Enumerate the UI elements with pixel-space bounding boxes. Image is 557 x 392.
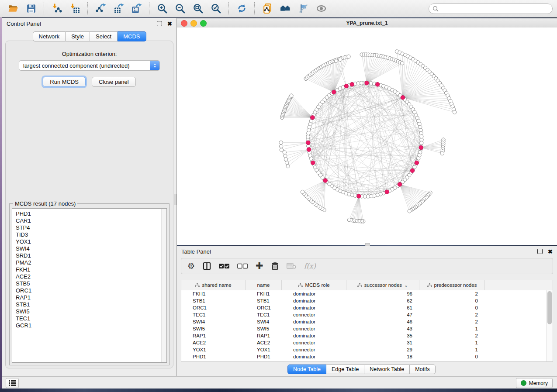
graph-hub-node[interactable] — [398, 182, 402, 187]
mcds-result-item[interactable]: STP4 — [16, 224, 159, 231]
graph-hub-node[interactable] — [357, 194, 361, 199]
task-history-button[interactable] — [6, 378, 19, 388]
show-eye-button[interactable] — [313, 2, 329, 15]
column-header-predecessor-nodes[interactable]: predecessor nodes — [419, 280, 485, 290]
vertical-splitter-grip[interactable] — [174, 194, 176, 205]
table-settings-button[interactable]: ⚙ — [187, 262, 195, 270]
memory-button[interactable]: Memory — [516, 378, 553, 388]
mcds-result-item[interactable]: TEC1 — [16, 315, 159, 322]
mcds-result-item[interactable]: STB5 — [16, 280, 159, 287]
mcds-result-item[interactable]: GCR1 — [16, 322, 159, 329]
table-close-panel-icon[interactable]: ✖ — [548, 248, 553, 255]
table-row[interactable]: FKH1FKH1dominator962 — [181, 290, 553, 297]
hide-annotations-button[interactable] — [295, 2, 311, 15]
graph-hub-node[interactable] — [375, 83, 380, 87]
zoom-out-button[interactable] — [172, 2, 188, 15]
tab-select[interactable]: Select — [90, 31, 118, 41]
import-network-button[interactable] — [49, 2, 65, 15]
table-scrollbar[interactable] — [546, 290, 553, 361]
export-document-button[interactable] — [259, 2, 276, 15]
graph-hub-node[interactable] — [350, 83, 354, 87]
graph-satellite-node[interactable] — [453, 110, 456, 114]
graph-satellite-node[interactable] — [408, 210, 411, 213]
mcds-result-item[interactable]: FKH1 — [16, 266, 159, 273]
graph-satellite-node[interactable] — [280, 148, 283, 151]
close-panel-button[interactable]: Close panel — [92, 77, 136, 87]
open-file-button[interactable] — [5, 2, 21, 15]
mcds-result-scrollbar[interactable] — [161, 209, 166, 362]
table-row[interactable]: RAP1RAP1dominator352 — [181, 332, 553, 339]
delete-column-button[interactable] — [271, 262, 279, 270]
graph-satellite-node[interactable] — [440, 151, 444, 155]
mcds-result-item[interactable]: CAR1 — [16, 217, 159, 224]
graph-hub-node[interactable] — [332, 90, 336, 94]
close-panel-icon[interactable]: ✖ — [167, 21, 172, 27]
graph-satellite-node[interactable] — [339, 58, 342, 61]
graph-hub-node[interactable] — [415, 161, 419, 165]
zoom-in-button[interactable] — [154, 2, 170, 15]
tab-edge-table[interactable]: Edge Table — [326, 364, 364, 374]
table-row[interactable]: PHD1PHD1dominator180 — [181, 353, 553, 360]
tab-mcds[interactable]: MCDS — [118, 31, 146, 41]
refresh-view-button[interactable] — [234, 2, 250, 15]
deselect-all-button[interactable] — [237, 263, 248, 269]
tab-style[interactable]: Style — [66, 31, 90, 41]
graph-satellite-node[interactable] — [301, 190, 304, 193]
mcds-result-item[interactable]: SWI4 — [16, 245, 159, 252]
graph-satellite-node[interactable] — [285, 161, 289, 165]
mcds-result-item[interactable]: PMA2 — [16, 259, 159, 266]
table-row[interactable]: SWI4SWI4dominator462 — [181, 318, 553, 325]
graph-hub-node[interactable] — [410, 168, 415, 173]
graph-satellite-node[interactable] — [283, 151, 286, 154]
export-network-button[interactable] — [93, 2, 109, 15]
graph-satellite-node[interactable] — [400, 62, 404, 65]
graph-hub-node[interactable] — [401, 96, 405, 100]
graph-hub-node[interactable] — [306, 141, 310, 145]
mcds-result-item[interactable]: RAP1 — [16, 294, 159, 301]
graph-satellite-node[interactable] — [290, 94, 293, 97]
graph-satellite-node[interactable] — [279, 144, 283, 148]
table-row[interactable]: TEC1TEC1connector472 — [181, 311, 553, 318]
export-image-button[interactable] — [128, 2, 145, 15]
graph-hub-node[interactable] — [419, 145, 423, 150]
graph-satellite-node[interactable] — [347, 55, 350, 58]
select-all-button[interactable] — [219, 263, 229, 269]
home-button[interactable] — [277, 2, 294, 15]
mcds-result-item[interactable]: PHD1 — [16, 210, 159, 217]
minimize-window-icon[interactable] — [190, 20, 197, 27]
graph-satellite-node[interactable] — [279, 141, 283, 144]
column-header-successor-nodes[interactable]: successor nodes⌄ — [346, 280, 419, 290]
column-header-MCDS-role[interactable]: MCDS role — [282, 280, 346, 290]
table-scrollbar-thumb[interactable] — [547, 291, 552, 324]
graph-hub-node[interactable] — [311, 161, 315, 165]
mcds-result-item[interactable]: SWI5 — [16, 308, 159, 315]
mcds-result-item[interactable]: YOX1 — [16, 238, 159, 245]
float-window-icon[interactable] — [157, 21, 162, 26]
close-window-icon[interactable] — [181, 20, 187, 27]
graph-hub-node[interactable] — [344, 84, 349, 88]
mcds-result-item[interactable]: SRD1 — [16, 252, 159, 259]
graph-hub-node[interactable] — [365, 81, 369, 85]
run-mcds-button[interactable]: Run MCDS — [43, 77, 86, 87]
show-columns-button[interactable] — [203, 262, 211, 270]
zoom-fit-button[interactable] — [190, 2, 206, 15]
graph-satellite-node[interactable] — [286, 164, 290, 168]
graph-satellite-node[interactable] — [284, 154, 287, 158]
graph-satellite-node[interactable] — [334, 59, 338, 62]
mcds-result-item[interactable]: ACE2 — [16, 273, 159, 280]
column-header-shared-name[interactable]: shared name — [181, 280, 246, 290]
tab-network[interactable]: Network — [32, 31, 66, 41]
graph-hub-node[interactable] — [323, 179, 328, 183]
mcds-result-item[interactable]: STB1 — [16, 301, 159, 308]
maximize-window-icon[interactable] — [200, 20, 207, 27]
graph-satellite-node[interactable] — [284, 158, 287, 161]
graph-hub-node[interactable] — [385, 190, 389, 194]
export-table-button[interactable] — [111, 2, 127, 15]
table-row[interactable]: STB1STB1dominator620 — [181, 297, 553, 304]
graph-hub-node[interactable] — [307, 148, 311, 152]
table-row[interactable]: YOX1YOX1connector291 — [181, 346, 553, 353]
mcds-result-item[interactable]: ORC1 — [16, 287, 159, 294]
graph-satellite-node[interactable] — [347, 218, 351, 221]
tab-node-table[interactable]: Node Table — [287, 364, 326, 374]
tab-network-table[interactable]: Network Table — [364, 364, 410, 374]
